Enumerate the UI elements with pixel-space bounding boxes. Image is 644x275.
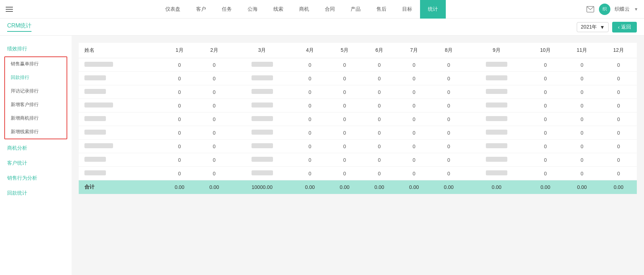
- cell-row7-col3: [231, 153, 292, 167]
- cell-row4-col4: 0: [293, 112, 327, 126]
- sidebar-item-payment[interactable]: 回款排行: [5, 71, 67, 84]
- sub-header-controls: 2021年 ▼ ‹ 返回: [577, 22, 637, 32]
- cell-row7-col5: 0: [327, 153, 362, 167]
- cell-row6-col9: [466, 140, 527, 153]
- cell-row1-col2: 0: [197, 72, 231, 85]
- cell-row0-col12: 0: [600, 58, 637, 72]
- cell-name: [79, 153, 162, 167]
- sidebar-section-customer-title[interactable]: 客户统计: [0, 157, 72, 169]
- cell-row8-col10: 0: [527, 167, 564, 180]
- nav-item-target[interactable]: 目标: [394, 0, 420, 19]
- cell-row2-col4: 0: [293, 85, 327, 99]
- total-cell-8: 0.00: [466, 180, 527, 194]
- year-value: 2021年: [581, 24, 597, 30]
- year-selector[interactable]: 2021年 ▼: [577, 22, 609, 32]
- cell-row6-col12: 0: [600, 140, 637, 153]
- nav-item-statistics[interactable]: 统计: [420, 0, 446, 19]
- nav-item-product[interactable]: 产品: [343, 0, 369, 19]
- avatar[interactable]: 织: [599, 4, 610, 15]
- cell-row5-col3: [231, 126, 292, 140]
- cell-row2-col10: 0: [527, 85, 564, 99]
- total-cell-1: 0.00: [197, 180, 231, 194]
- nav-chevron-icon[interactable]: ▼: [634, 7, 638, 12]
- cell-row1-col7: 0: [397, 72, 431, 85]
- cell-row4-col11: 0: [564, 112, 600, 126]
- col-header-11: 11月: [564, 43, 600, 58]
- cell-name: [79, 140, 162, 153]
- cell-row3-col1: 0: [162, 99, 197, 112]
- col-header-2: 2月: [197, 43, 231, 58]
- nav-item-contract[interactable]: 合同: [317, 0, 343, 19]
- cell-name: [79, 126, 162, 140]
- cell-row2-col7: 0: [397, 85, 431, 99]
- cell-row7-col8: 0: [431, 153, 466, 167]
- sidebar-item-sales-win[interactable]: 销售赢单排行: [5, 57, 67, 71]
- top-navigation: 仪表盘 客户 任务 公海 线索 商机 合同 产品 售后 目标 统计 织 织蝶云 …: [0, 0, 644, 19]
- total-cell-3: 0.00: [293, 180, 327, 194]
- nav-item-aftersale[interactable]: 售后: [369, 0, 394, 19]
- hamburger-menu[interactable]: [3, 4, 17, 15]
- sidebar-section-payment-stat-title[interactable]: 回款统计: [0, 187, 72, 199]
- cell-row0-col10: 0: [527, 58, 564, 72]
- cell-row4-col2: 0: [197, 112, 231, 126]
- cell-row3-col4: 0: [293, 99, 327, 112]
- cell-row0-col9: [466, 58, 527, 72]
- table-row: 0000000000: [79, 58, 637, 72]
- sidebar-item-new-opportunity[interactable]: 新增商机排行: [5, 111, 67, 125]
- nav-item-opportunity[interactable]: 商机: [291, 0, 317, 19]
- col-header-3: 3月: [231, 43, 292, 58]
- cell-row5-col9: [466, 126, 527, 140]
- cell-row2-col11: 0: [564, 85, 600, 99]
- sidebar-item-new-customer[interactable]: 新增客户排行: [5, 98, 67, 111]
- cell-row1-col8: 0: [431, 72, 466, 85]
- cell-row2-col9: [466, 85, 527, 99]
- cell-name: [79, 99, 162, 112]
- cell-row5-col4: 0: [293, 126, 327, 140]
- cell-row3-col7: 0: [397, 99, 431, 112]
- cell-row7-col12: 0: [600, 153, 637, 167]
- sidebar-section-performance-title[interactable]: 绩效排行: [0, 43, 72, 55]
- cell-row0-col8: 0: [431, 58, 466, 72]
- nav-item-dashboard[interactable]: 仪表盘: [157, 0, 188, 19]
- total-cell-11: 0.00: [600, 180, 637, 194]
- cell-row0-col6: 0: [362, 58, 397, 72]
- col-header-10: 10月: [527, 43, 564, 58]
- sidebar-section-opportunity-title[interactable]: 商机分析: [0, 142, 72, 154]
- back-button[interactable]: ‹ 返回: [612, 22, 637, 32]
- table-row: 0000000000: [79, 112, 637, 126]
- cell-row4-col5: 0: [327, 112, 362, 126]
- cell-row4-col12: 0: [600, 112, 637, 126]
- cell-row4-col9: [466, 112, 527, 126]
- cell-row4-col10: 0: [527, 112, 564, 126]
- total-cell-6: 0.00: [397, 180, 431, 194]
- cell-row1-col11: 0: [564, 72, 600, 85]
- cell-row2-col12: 0: [600, 85, 637, 99]
- sidebar-item-new-leads[interactable]: 新增线索排行: [5, 125, 67, 139]
- cell-name: [79, 112, 162, 126]
- username-label[interactable]: 织蝶云: [615, 6, 630, 12]
- sidebar-section-opportunity: 商机分析: [0, 142, 72, 154]
- table-row: 0000000000: [79, 99, 637, 112]
- cell-row2-col1: 0: [162, 85, 197, 99]
- cell-row6-col10: 0: [527, 140, 564, 153]
- cell-row7-col9: [466, 153, 527, 167]
- cell-row3-col8: 0: [431, 99, 466, 112]
- mail-icon[interactable]: [586, 5, 595, 14]
- cell-row3-col9: [466, 99, 527, 112]
- sidebar-section-sales-behavior-title[interactable]: 销售行为分析: [0, 172, 72, 184]
- nav-item-leads[interactable]: 线索: [265, 0, 291, 19]
- cell-row0-col2: 0: [197, 58, 231, 72]
- cell-row5-col2: 0: [197, 126, 231, 140]
- sidebar-section-performance: 绩效排行 销售赢单排行 回款排行 拜访记录排行 新增客户排行 新增商机排行 新增…: [0, 43, 72, 139]
- nav-item-sea[interactable]: 公海: [240, 0, 265, 19]
- cell-row7-col11: 0: [564, 153, 600, 167]
- cell-row1-col9: [466, 72, 527, 85]
- cell-row2-col5: 0: [327, 85, 362, 99]
- nav-item-customer[interactable]: 客户: [188, 0, 214, 19]
- total-cell-5: 0.00: [362, 180, 397, 194]
- cell-row7-col6: 0: [362, 153, 397, 167]
- nav-item-task[interactable]: 任务: [214, 0, 240, 19]
- cell-row6-col3: [231, 140, 292, 153]
- content-area: 姓名 1月 2月 3月 4月 5月 6月 7月 8月 9月 10月 11月 12…: [72, 36, 644, 275]
- sidebar-item-visit[interactable]: 拜访记录排行: [5, 84, 67, 98]
